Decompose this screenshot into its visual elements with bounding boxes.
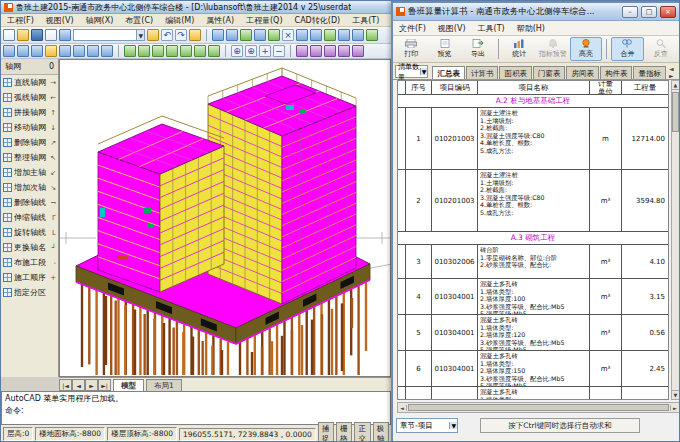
solid-cylinder-icon[interactable] <box>310 45 322 57</box>
draw-tool-icon[interactable] <box>124 45 136 57</box>
cad-tool-icon[interactable] <box>352 29 364 41</box>
sidebar-item-splice-grid[interactable]: 拼接轴网↑ <box>1 105 58 120</box>
sidebar-item-delete-axis[interactable]: 删除轴线¬ <box>1 195 58 210</box>
cad-tool-icon[interactable] <box>366 29 378 41</box>
window-tool-icon[interactable] <box>101 45 113 57</box>
open-icon[interactable] <box>17 29 29 41</box>
window-tool-icon[interactable] <box>73 45 85 57</box>
sidebar-item-arc-grid[interactable]: 弧线轴网← <box>1 90 58 105</box>
redo-icon[interactable]: ↷ <box>175 29 187 41</box>
scroll-left-icon[interactable]: ◄ <box>398 405 407 411</box>
close-button[interactable]: × <box>660 6 676 18</box>
zoom-out-icon[interactable]: − <box>273 45 285 57</box>
sidebar-item-line-grid[interactable]: 直线轴网→ <box>1 75 58 90</box>
menu-property[interactable]: 属性(A) <box>200 14 240 27</box>
command-prompt[interactable]: 命令: <box>5 405 387 417</box>
menu-edit[interactable]: 编辑(M) <box>159 14 200 27</box>
chapter-mode-dropdown[interactable]: 章节-项目▼ <box>396 418 458 433</box>
draw-tool-icon[interactable] <box>180 45 192 57</box>
sidebar-item-build-sequence[interactable]: 施工顺序+ <box>1 270 58 285</box>
cad-tool-icon[interactable] <box>268 29 280 41</box>
draw-tool-icon[interactable] <box>152 45 164 57</box>
menu-grid[interactable]: 轴网(X) <box>80 14 120 27</box>
solid-cube-icon[interactable] <box>296 45 308 57</box>
tab-summary[interactable]: 汇总表 <box>432 66 465 79</box>
sidebar-item-rename-axis[interactable]: 更换轴名┘ <box>1 240 58 255</box>
quantity-mode-dropdown[interactable]: 清单数量▼ <box>395 65 428 78</box>
table-horizontal-scrollbar[interactable]: ◄ ► <box>397 402 680 413</box>
comment-icon[interactable] <box>59 29 71 41</box>
combo-arrow-icon[interactable]: ▼ <box>136 30 144 40</box>
selector-column-header[interactable] <box>398 81 406 94</box>
table-vertical-scrollbar[interactable]: ▲ ▼ <box>671 80 680 400</box>
solid-cone-icon[interactable] <box>338 45 350 57</box>
sidebar-item-move-grid[interactable]: 移动轴网↓ <box>1 120 58 135</box>
table-row[interactable]: 7010304001混凝土多孔砖 1.墙体类型: 2.墙体厚度:200 3.砂浆… <box>398 387 668 400</box>
merge-button[interactable]: 合并 <box>611 37 643 61</box>
sidebar-item-work-section[interactable]: 布施工段- <box>1 255 58 270</box>
command-window[interactable]: AutoCAD 菜单实用程序已加载。 命令: <box>1 391 391 425</box>
tab-layout1[interactable]: 布局1 <box>146 379 182 391</box>
cad-tool-icon[interactable] <box>212 29 224 41</box>
draw-tool-icon[interactable] <box>166 45 178 57</box>
scroll-up-icon[interactable]: ▲ <box>672 81 679 90</box>
scroll-right-icon[interactable]: ► <box>670 405 679 411</box>
cad-tool-icon[interactable] <box>226 29 238 41</box>
first-tab-button[interactable]: |◄ <box>59 379 72 391</box>
calc-menu-file[interactable]: 文件(F) <box>393 22 432 35</box>
cad-tool-icon[interactable] <box>310 29 322 41</box>
menu-quantity[interactable]: 工程量(Q) <box>240 14 289 27</box>
menu-layout[interactable]: 布置(C) <box>119 14 159 27</box>
tab-calc-book[interactable]: 计算书 <box>466 66 499 79</box>
last-tab-button[interactable]: ►| <box>98 379 111 391</box>
quantity-table[interactable]: 序号 项目编码 项目名称 计量 单位 工程量 A.2 桩与地基基础工程 1010… <box>397 80 669 400</box>
cad-tool-icon[interactable] <box>324 29 336 41</box>
solid-sphere-icon[interactable] <box>324 45 336 57</box>
sidebar-item-stretch-axis[interactable]: 伸缩轴线Γ <box>1 210 58 225</box>
snap-toggle[interactable]: 捕捉 <box>318 422 334 442</box>
view-icon[interactable] <box>147 29 159 41</box>
cad-tool-icon[interactable] <box>254 29 266 41</box>
tab-component[interactable]: 构件表 <box>600 66 633 79</box>
rotate-icon[interactable] <box>189 29 201 41</box>
table-row[interactable]: 1010201003混凝土灌注桩 1.土壤级别: 2.桩截面: 3.混凝土强度等… <box>398 108 668 170</box>
highlight-button[interactable]: 高亮 <box>570 37 602 61</box>
solid-wedge-icon[interactable] <box>352 45 364 57</box>
table-row[interactable]: 4010304001混凝土多孔砖 1.墙体类型: 2.墙体厚度:100 3.砂浆… <box>398 279 668 315</box>
table-row[interactable]: 6010304001混凝土多孔砖 1.墙体类型: 2.墙体厚度:150 3.砂浆… <box>398 351 668 387</box>
tab-area[interactable]: 面积表 <box>499 66 532 79</box>
window-tool-icon[interactable] <box>59 45 71 57</box>
window-tool-icon[interactable] <box>31 45 43 57</box>
draw-tool-icon[interactable] <box>208 45 220 57</box>
table-row[interactable]: 3010302006砖台阶 1.零星砌砖名称、部位:台阶 2.砂浆强度等级、配合… <box>398 245 668 279</box>
sidebar-item-add-main-axis[interactable]: 增加主轴↙ <box>1 165 58 180</box>
menu-view[interactable]: 视图(V) <box>40 14 80 27</box>
new-icon[interactable] <box>3 29 15 41</box>
edit-icon[interactable] <box>45 29 57 41</box>
sidebar-item-add-sub-axis[interactable]: 增加次轴↘ <box>1 180 58 195</box>
vscroll-thumb[interactable] <box>672 92 679 132</box>
save-icon[interactable] <box>31 29 43 41</box>
erase-icon[interactable]: × <box>282 29 294 41</box>
cad-tool-icon[interactable] <box>240 29 252 41</box>
cad-tool-icon[interactable] <box>338 29 350 41</box>
tab-model[interactable]: 模型 <box>113 379 144 391</box>
menu-cad-convert[interactable]: CAD转化(D) <box>289 14 347 27</box>
window-tool-icon[interactable] <box>45 45 57 57</box>
draw-tool-icon[interactable] <box>138 45 150 57</box>
sidebar-item-delete-grid[interactable]: 删除轴网↗ <box>1 135 58 150</box>
zoom-window-icon[interactable]: ⊕ <box>245 45 257 57</box>
window-tool-icon[interactable] <box>3 45 15 57</box>
table-row[interactable]: 5010304001混凝土多孔砖 1.墙体类型: 2.墙体厚度:120 3.砂浆… <box>398 315 668 351</box>
tab-room[interactable]: 房间表 <box>566 66 599 79</box>
maximize-button[interactable]: □ <box>641 6 657 18</box>
sidebar-item-assign-zone[interactable]: 指定分区 <box>1 285 58 300</box>
draw-tool-icon[interactable] <box>194 45 206 57</box>
menu-project[interactable]: 工程(F) <box>1 14 40 27</box>
ortho-toggle[interactable]: 正交 <box>354 422 370 442</box>
prev-tab-button[interactable]: ◄ <box>72 379 85 391</box>
scroll-down-icon[interactable]: ▼ <box>672 390 679 399</box>
zoom-extents-icon[interactable]: ⊕ <box>231 45 243 57</box>
zoom-in-icon[interactable]: + <box>259 45 271 57</box>
sidebar-item-tidy-grid[interactable]: 整理轴网↖ <box>1 150 58 165</box>
